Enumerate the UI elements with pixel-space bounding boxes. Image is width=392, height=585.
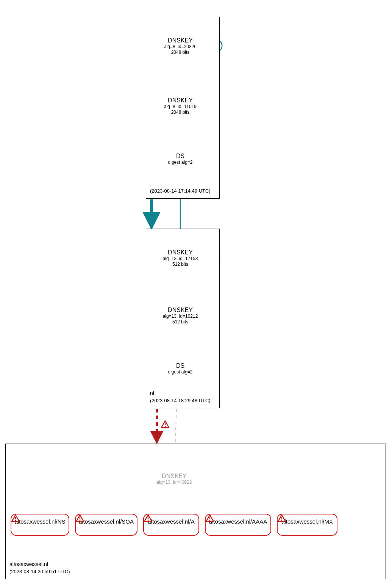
svg-rect-12 — [80, 517, 80, 519]
warning-icon — [11, 514, 20, 522]
node-l1: alg=8, id=20326 — [151, 44, 209, 50]
svg-rect-15 — [148, 520, 148, 521]
node-aw-dnskey: DNSKEY alg=13, id=40022 — [146, 473, 202, 485]
svg-rect-16 — [209, 517, 210, 519]
dnssec-diagram: . (2023-08-14 17:14:49 UTC) nl (2023-08-… — [0, 0, 392, 585]
node-root-ksk: DNSKEY alg=8, id=20326 2048 bits — [151, 37, 209, 55]
warning-icon — [144, 514, 152, 522]
rr-aaaa: altosaxwessel.nl/AAAA — [205, 514, 271, 536]
zone-root-name: . — [150, 180, 211, 188]
node-nl-ksk: DNSKEY alg=13, id=17153 512 bits — [151, 249, 209, 267]
zone-nl-ts: (2023-08-14 18:29:48 UTC) — [150, 397, 211, 404]
node-title: DNSKEY — [151, 307, 209, 314]
zone-nl-name: nl — [150, 390, 211, 397]
node-root-zsk: DNSKEY alg=8, id=11019 2048 bits — [151, 97, 209, 115]
svg-rect-13 — [80, 520, 80, 521]
rr-ns: altosaxwessel.nl/NS — [11, 514, 69, 536]
node-l1: alg=13, id=10212 — [151, 314, 209, 319]
zone-aw-name: altosaxwessel.nl — [9, 561, 70, 568]
svg-rect-17 — [209, 520, 210, 521]
rr-a: altosaxwessel.nl/A — [143, 514, 199, 536]
rr-label: altosaxwessel.nl/SOA — [76, 518, 137, 525]
node-title: DNSKEY — [151, 97, 209, 104]
zone-root-label: . (2023-08-14 17:14:49 UTC) — [150, 180, 211, 194]
node-l2: 2048 bits — [151, 110, 209, 115]
warning-icon — [278, 514, 286, 522]
svg-rect-11 — [15, 520, 16, 521]
svg-rect-14 — [148, 517, 148, 519]
rr-soa: altosaxwessel.nl/SOA — [75, 514, 137, 536]
svg-rect-19 — [281, 520, 282, 521]
rr-label: altosaxwessel.nl/MX — [278, 518, 337, 525]
node-title: DS — [161, 153, 200, 160]
warning-icon — [206, 514, 214, 522]
svg-rect-10 — [15, 517, 16, 519]
node-l1: alg=13, id=17153 — [151, 256, 209, 262]
node-title: DNSKEY — [146, 473, 202, 480]
node-l1: alg=8, id=11019 — [151, 104, 209, 110]
node-title: DNSKEY — [151, 249, 209, 256]
rr-label: altosaxwessel.nl/AAAA — [206, 518, 270, 525]
zone-altosaxwessel: altosaxwessel.nl (2023-08-14 20:59:51 UT… — [5, 444, 386, 579]
node-l2: 512 bits — [151, 319, 209, 325]
svg-rect-18 — [281, 517, 282, 519]
node-l1: alg=13, id=40022 — [146, 480, 202, 485]
zone-nl-label: nl (2023-08-14 18:29:48 UTC) — [150, 390, 211, 404]
svg-rect-9 — [165, 426, 166, 427]
node-nl-zsk: DNSKEY alg=13, id=10212 512 bits — [151, 307, 209, 325]
node-l2: 2048 bits — [151, 50, 209, 55]
zone-aw-ts: (2023-08-14 20:59:51 UTC) — [9, 568, 70, 575]
node-l2: 512 bits — [151, 262, 209, 267]
node-title: DNSKEY — [151, 37, 209, 44]
node-nl-ds: DS digest alg=2 — [161, 362, 200, 375]
rr-label: altosaxwessel.nl/NS — [11, 518, 69, 525]
zone-aw-label: altosaxwessel.nl (2023-08-14 20:59:51 UT… — [9, 561, 70, 575]
node-l1: digest alg=2 — [161, 160, 200, 165]
warning-icon — [76, 514, 84, 522]
svg-rect-8 — [165, 423, 166, 425]
node-l1: digest alg=2 — [161, 369, 200, 375]
zone-root-ts: (2023-08-14 17:14:49 UTC) — [150, 188, 211, 194]
node-title: DS — [161, 362, 200, 369]
node-root-ds: DS digest alg=2 — [161, 153, 200, 165]
rr-mx: altosaxwessel.nl/MX — [277, 514, 337, 536]
